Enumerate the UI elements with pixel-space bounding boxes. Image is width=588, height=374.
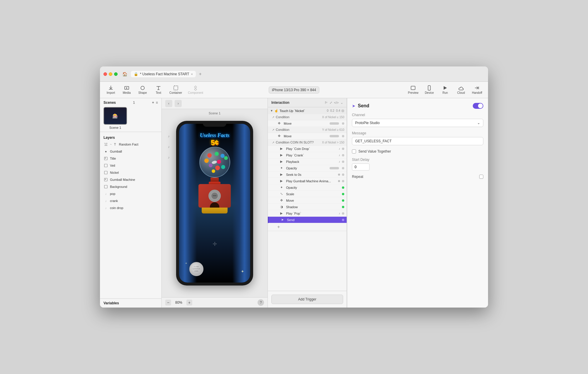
scenes-list-icon[interactable]: ≡ <box>156 101 158 105</box>
action-play-pop-label: Play `Pop` <box>286 212 337 215</box>
seek-icon: ▶ <box>280 173 284 176</box>
action-opacity-1[interactable]: ✦ Opacity <box>268 165 347 171</box>
scene-1-item[interactable]: 🎰 Scene 1 <box>103 107 127 129</box>
layer-pop[interactable]: ♪ pop <box>100 190 161 197</box>
canvas-forward-button[interactable]: › <box>175 100 182 107</box>
action-scale[interactable]: ⤡ Scale <box>268 191 347 197</box>
layer-gumball[interactable]: ● Gumball <box>100 148 161 155</box>
device-btn[interactable]: Device <box>422 84 437 96</box>
action-send[interactable]: ➤ Send <box>268 217 347 223</box>
preview-button[interactable]: Preview <box>406 84 421 96</box>
action-move-2[interactable]: ✥ Move <box>268 133 347 139</box>
condition-coin-in-slot: ↗ Condition COIN IN SLOT? X of Nickel > … <box>268 139 347 146</box>
add-scene-icon[interactable]: + <box>152 101 154 105</box>
expand-icon[interactable]: ⌄ <box>340 101 343 105</box>
action-move-2-label: Move <box>284 134 328 138</box>
cloud-button[interactable]: Cloud <box>454 84 468 96</box>
start-delay-input[interactable] <box>352 163 370 171</box>
screen-useless-facts-title: Useless Facts <box>200 133 230 138</box>
action-move-3[interactable]: ✥ Move <box>268 197 347 204</box>
resize-icon[interactable]: ⤢ <box>330 101 332 105</box>
send-value-checkbox[interactable] <box>352 149 356 153</box>
action-playback[interactable]: ▶ Playback ♪ <box>268 158 347 165</box>
send-toggle[interactable] <box>473 103 483 109</box>
import-button[interactable]: Import <box>103 84 118 96</box>
text-button[interactable]: Text <box>151 84 166 96</box>
media-button[interactable]: Media <box>119 84 134 96</box>
move-3-icon: ✥ <box>280 198 284 202</box>
add-action-button[interactable]: + <box>268 223 347 231</box>
trigger-finger-icon: ☝ <box>274 109 278 113</box>
message-input[interactable] <box>352 137 483 145</box>
layer-random-fact[interactable]: ~ T Random Fact <box>100 141 161 148</box>
traffic-lights <box>103 72 118 76</box>
layer-nickel[interactable]: Nickel <box>100 169 161 176</box>
layer-background[interactable]: Background <box>100 183 161 190</box>
device-selector[interactable]: iPhone 13/13 Pro 390 × 844 <box>269 86 319 94</box>
component-button[interactable]: Component <box>186 84 206 96</box>
action-move-2-bar <box>330 135 339 137</box>
maximize-button[interactable] <box>114 72 118 76</box>
titlebar: 🏠 🔒 * Useless Fact Machine START × + <box>100 66 488 82</box>
gumball-teal-1 <box>221 165 225 169</box>
container-button[interactable]: Container <box>167 84 184 96</box>
svg-rect-2 <box>174 86 178 90</box>
send-action-icon: ➤ <box>281 218 285 222</box>
tab-close-button[interactable]: × <box>191 72 193 76</box>
action-shadow-dot <box>342 206 344 208</box>
layer-gumball-machine[interactable]: Gumball Machine <box>100 176 161 183</box>
gumball-green-1 <box>215 152 219 156</box>
rect2-layer-icon <box>103 170 108 175</box>
new-tab-button[interactable]: + <box>197 71 203 77</box>
move-1-icon: ✥ <box>278 121 282 125</box>
canvas-music-1[interactable]: ♪ <box>165 133 172 140</box>
flag-icon[interactable]: 🏳 <box>325 101 328 105</box>
gumball-green-2 <box>224 156 228 160</box>
canvas-music-2[interactable]: ♪ <box>165 143 172 150</box>
handoff-button[interactable]: Handoff <box>470 84 485 96</box>
code-icon[interactable]: </> <box>334 101 339 105</box>
coin-text: CLINFCANADA2000 <box>193 266 200 272</box>
scenes-actions: + ≡ <box>152 101 158 105</box>
text-icon <box>156 85 161 91</box>
rect-layer-icon <box>103 163 108 168</box>
action-play-crank[interactable]: ▶ Play `Crank` ♪ <box>268 152 347 158</box>
zoom-out-button[interactable]: − <box>165 300 171 305</box>
media-icon <box>124 85 129 91</box>
action-play-coin-drop-label: Play `Coin Drop` <box>286 147 337 151</box>
action-move-1[interactable]: ✥ Move <box>268 120 347 127</box>
add-trigger-button[interactable]: Add Trigger <box>271 295 343 304</box>
action-play-pop[interactable]: ▶ Play `Pop` ♪ <box>268 210 347 217</box>
shape-button[interactable]: Shape <box>135 84 150 96</box>
help-button[interactable]: ? <box>258 299 264 306</box>
zoom-in-button[interactable]: + <box>186 300 192 305</box>
layer-crank[interactable]: ♪ crank <box>100 197 161 204</box>
gumball-orange-1 <box>204 158 209 163</box>
toolbar-left: Import Media Shape Text <box>103 84 269 96</box>
repeat-checkbox[interactable] <box>479 175 483 179</box>
action-shadow[interactable]: ◑ Shadow <box>268 204 347 210</box>
minimize-button[interactable] <box>109 72 112 76</box>
layer-veil[interactable]: Veil <box>100 162 161 169</box>
scale-icon: ⤡ <box>280 192 284 196</box>
playback-music-icon: ♪ <box>339 160 340 163</box>
close-button[interactable] <box>103 72 107 76</box>
action-seek[interactable]: ▶ Seek to 0s ⊕ <box>268 171 347 178</box>
variables-title: Variables <box>103 301 119 305</box>
action-play-coin-drop[interactable]: ▶ Play `Coin Drop` ♪ <box>268 146 347 152</box>
trigger-header[interactable]: ▼ ☝ Touch Up `Nickel` 0 0.2 0.4 <box>268 107 347 114</box>
layer-coin-drop[interactable]: ♪ coin drop <box>100 204 161 211</box>
home-icon[interactable]: 🏠 <box>122 72 127 76</box>
action-opacity-2[interactable]: ✦ Opacity <box>268 184 347 191</box>
sparkle-2: ✦ <box>185 262 187 265</box>
canvas-main[interactable]: Scene 1 ♪ ♪ ♪ Useless Facts <box>162 109 268 297</box>
gumball-purple-1 <box>209 163 213 167</box>
canvas-back-button[interactable]: ‹ <box>165 100 172 107</box>
channel-select[interactable]: ProtoPie Studio ⌄ <box>352 119 483 127</box>
layer-title[interactable]: Title <box>100 155 161 162</box>
tab-main[interactable]: 🔒 * Useless Fact Machine START × <box>131 71 196 77</box>
action-play-gumball[interactable]: ▶ Play Gumball Machine Anima... ⊕ <box>268 178 347 184</box>
send-value-row: Send Value Together <box>352 149 483 153</box>
run-button[interactable]: Run <box>438 84 452 96</box>
canvas-music-3[interactable]: ♪ <box>165 154 172 161</box>
